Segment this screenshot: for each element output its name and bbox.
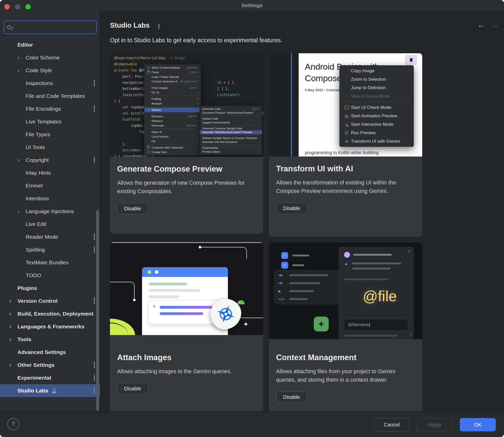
menu-item[interactable]: Start Interactive Mode bbox=[340, 120, 414, 129]
sidebar-item[interactable]: › Other Settings bbox=[0, 359, 100, 371]
menu-item[interactable]: Create Gist... bbox=[144, 150, 201, 154]
chevron-right-icon[interactable]: › bbox=[9, 362, 17, 368]
menu-item[interactable]: Rename... Shift+F6 bbox=[144, 114, 201, 119]
sidebar-item[interactable]: › Spelling bbox=[0, 243, 100, 256]
back-arrow-icon[interactable]: ← bbox=[477, 20, 485, 29]
menu-item[interactable]: Generate Unit Test Scenarios bbox=[200, 140, 262, 144]
main-panel: Studio Labs ← → Opt in to Studio Labs to… bbox=[101, 11, 504, 411]
menu-item[interactable]: Generate "ArticleScreenContent" Preview bbox=[200, 130, 262, 134]
menu-item[interactable]: Jump to Definition bbox=[340, 84, 414, 92]
chevron-right-icon[interactable]: › bbox=[9, 311, 17, 317]
menu-item[interactable]: Document Function "ArticleScreenContent" bbox=[200, 111, 262, 115]
sidebar-item[interactable]: › File and Code Templates bbox=[0, 90, 100, 102]
chevron-right-icon[interactable]: › bbox=[17, 55, 26, 61]
menu-item[interactable]: Run Preview bbox=[340, 129, 414, 137]
menu-item[interactable]: Explain Code bbox=[200, 117, 262, 121]
menu-item[interactable]: Copy / Paste Special › bbox=[144, 75, 201, 79]
sidebar-item[interactable]: › UI Tools bbox=[0, 141, 100, 154]
menu-item[interactable]: Analyze › bbox=[144, 101, 201, 106]
menu-item[interactable]: Suggest Improvements bbox=[200, 121, 262, 125]
sidebar-item[interactable]: › TODO bbox=[0, 269, 100, 282]
chevron-right-icon[interactable]: › bbox=[17, 208, 26, 214]
menu-item[interactable]: Copy Image bbox=[340, 67, 414, 75]
menu-item[interactable]: View in Focus Mode bbox=[340, 92, 414, 100]
disable-button[interactable]: Disable bbox=[276, 203, 307, 214]
menu-item[interactable]: Local History › bbox=[144, 134, 201, 139]
menu-item[interactable]: Zoom to Selection bbox=[340, 75, 414, 84]
card-description: Allows attaching images to the Gemini qu… bbox=[117, 367, 256, 376]
menu-item[interactable]: Start Animation Preview bbox=[340, 112, 414, 120]
sidebar-item[interactable]: › Tools bbox=[0, 333, 100, 346]
sidebar-item[interactable]: › Reader Mode bbox=[0, 231, 100, 243]
sidebar-item[interactable]: › Live Templates bbox=[0, 115, 100, 128]
menu-item[interactable]: Git › bbox=[144, 139, 201, 143]
sidebar-item[interactable]: › Emmet bbox=[0, 179, 100, 192]
menu-item[interactable]: Generate Code... Ctrl+\ bbox=[200, 107, 262, 111]
search-dropdown-icon[interactable]: ▾ bbox=[12, 26, 14, 29]
chevron-right-icon[interactable]: › bbox=[9, 336, 17, 342]
menu-item[interactable]: Folding › bbox=[144, 97, 201, 101]
chevron-right-icon[interactable]: › bbox=[9, 324, 17, 330]
sidebar-item[interactable]: › File Types bbox=[0, 128, 100, 141]
sidebar-item-label: Editor bbox=[17, 42, 33, 48]
sidebar-item[interactable]: › Version Control bbox=[0, 295, 100, 307]
search-input[interactable] bbox=[15, 24, 93, 30]
menu-item[interactable]: Refactor › bbox=[144, 119, 201, 123]
menu-item[interactable]: Transform UI with Gemini bbox=[340, 137, 414, 145]
ok-button[interactable]: OK bbox=[460, 418, 496, 431]
menu-item[interactable]: Show Context Actions Alt+Enter bbox=[144, 65, 201, 70]
help-button[interactable]: ? bbox=[7, 418, 19, 430]
sidebar-scrollbar[interactable] bbox=[96, 210, 99, 411]
sidebar-item[interactable]: › Plugins bbox=[0, 282, 100, 295]
menu-item[interactable]: Generate... Alt+Insert bbox=[144, 123, 201, 128]
titlebar: Settings bbox=[0, 0, 504, 11]
menu-item[interactable]: Rethink Variable Names in Function "Arti… bbox=[200, 136, 262, 140]
menu-item[interactable]: Gemini › bbox=[144, 108, 201, 112]
sidebar-item[interactable]: › Advanced Settings bbox=[0, 346, 100, 359]
bookmark-icon[interactable] bbox=[405, 55, 417, 65]
menu-item[interactable]: Generate Compose Sample Data bbox=[200, 126, 262, 130]
sidebar-item[interactable]: › Live Edit bbox=[0, 218, 100, 231]
article-bottom-line: programming in Kotlin while building bbox=[305, 150, 379, 155]
menu-item[interactable]: Open In › bbox=[144, 130, 201, 134]
menu-item[interactable]: Paste Ctrl+V bbox=[144, 70, 201, 75]
chevron-right-icon[interactable]: › bbox=[17, 157, 26, 163]
sidebar-item[interactable]: › File Encodings bbox=[0, 102, 100, 115]
sidebar-item[interactable]: › TextMate Bundles bbox=[0, 256, 100, 269]
disable-button[interactable]: Disable bbox=[276, 391, 307, 403]
sidebar-item[interactable]: › Inlay Hints bbox=[0, 167, 100, 179]
menu-item[interactable]: Go To › bbox=[144, 90, 201, 95]
apply-button[interactable]: Apply bbox=[417, 418, 453, 431]
forward-arrow-icon[interactable]: → bbox=[491, 20, 499, 29]
sidebar-item[interactable]: › Color Scheme bbox=[0, 51, 100, 64]
submenu-arrow-icon: › bbox=[197, 97, 198, 101]
menu-item[interactable]: Find Usages Alt+F7 bbox=[144, 86, 201, 90]
disable-button[interactable]: Disable bbox=[117, 203, 148, 214]
sidebar-item-label: Plugins bbox=[17, 285, 37, 291]
search-icon bbox=[7, 25, 11, 29]
sidebar-item[interactable]: › Copyright bbox=[0, 154, 100, 167]
disable-button[interactable]: Disable bbox=[117, 383, 148, 394]
chevron-right-icon[interactable]: › bbox=[9, 298, 17, 304]
sidebar-item[interactable]: › Code Style bbox=[0, 64, 100, 77]
sidebar-item[interactable]: › Language Injections bbox=[0, 205, 100, 218]
menu-item[interactable]: Experimental › bbox=[200, 146, 262, 150]
sidebar-item[interactable]: › Build, Execution, Deployment bbox=[0, 307, 100, 320]
menu-item[interactable]: Column Selection Mode Alt+Shift+Insert bbox=[144, 79, 201, 84]
sidebar-item[interactable]: › Inspections bbox=[0, 77, 100, 90]
context-management-illustration: ✓ ✓ <K <K ▣ </> + × ✦ bbox=[269, 242, 422, 339]
chevron-right-icon[interactable]: › bbox=[17, 67, 26, 74]
card-attach-images: ✦ ✦ Attach Images bbox=[110, 242, 263, 411]
sidebar-item-label: Tools bbox=[17, 336, 31, 342]
search-box[interactable]: ▾ bbox=[4, 20, 97, 34]
sidebar-item[interactable]: › Editor bbox=[0, 38, 100, 51]
menu-item[interactable]: Start UI Check Mode bbox=[340, 103, 414, 112]
cancel-button[interactable]: Cancel bbox=[374, 418, 409, 431]
sidebar-item[interactable]: › Languages & Frameworks bbox=[0, 320, 100, 333]
menu-item[interactable]: Prompt Library › bbox=[200, 150, 262, 154]
sidebar-item[interactable]: › Experimental bbox=[0, 371, 100, 384]
sidebar-item[interactable]: › Studio Labs bbox=[0, 384, 100, 397]
sidebar-item[interactable]: › Intentions bbox=[0, 192, 100, 205]
menu-item[interactable]: Compare with Clipboard bbox=[144, 145, 201, 150]
card-description: Allows the generation of new Compose Pre… bbox=[117, 179, 256, 196]
